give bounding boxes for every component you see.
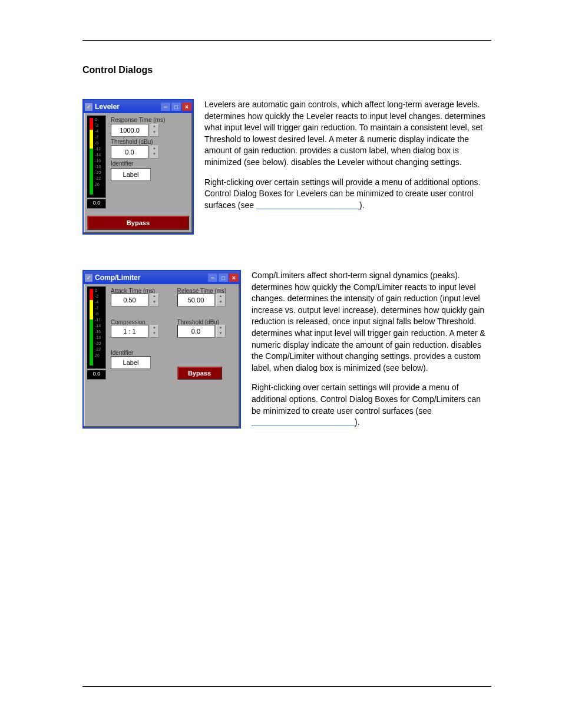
link-placeholder[interactable] bbox=[332, 417, 355, 427]
comp-description: Comp/Limiters affect short-term signal d… bbox=[252, 270, 491, 429]
gain-meter: 0-2-4 -7-9-11 -14-16-18 -20-2226 bbox=[87, 116, 106, 198]
maximize-button[interactable]: □ bbox=[219, 274, 228, 282]
compression-stepper[interactable]: ▲▼ bbox=[150, 325, 159, 338]
comp-title: Comp/Limiter bbox=[94, 274, 207, 282]
threshold-field[interactable] bbox=[177, 325, 215, 338]
minimize-button[interactable]: – bbox=[208, 274, 217, 282]
identifier-field[interactable] bbox=[111, 356, 151, 369]
identifier-field[interactable] bbox=[111, 168, 151, 181]
bypass-button[interactable]: Bypass bbox=[177, 367, 222, 380]
threshold-label: Threshold (dBu) bbox=[111, 139, 190, 145]
check-icon[interactable]: ✓ bbox=[85, 274, 92, 282]
threshold-stepper[interactable]: ▲▼ bbox=[150, 146, 159, 159]
page-title: Control Dialogs bbox=[82, 65, 491, 75]
identifier-label: Identifier bbox=[111, 350, 171, 356]
release-field[interactable] bbox=[177, 294, 215, 307]
threshold-stepper[interactable]: ▲▼ bbox=[216, 325, 226, 338]
close-button[interactable]: × bbox=[182, 103, 191, 111]
leveler-description: Levelers are automatic gain controls, wh… bbox=[204, 99, 491, 235]
maximize-button[interactable]: □ bbox=[171, 103, 181, 111]
response-time-field[interactable] bbox=[111, 124, 148, 137]
meter-readout: 0.0 bbox=[87, 199, 106, 209]
comp-limiter-dialog: ✓ Comp/Limiter – □ × 0-2-4 -7-9-11 -14-1… bbox=[82, 270, 241, 429]
meter-ticks: 0-2-4 -7-9-11 -14-16-18 -20-2226 bbox=[95, 288, 101, 359]
link-placeholder[interactable] bbox=[336, 200, 359, 210]
identifier-label: Identifier bbox=[111, 160, 190, 167]
comp-titlebar[interactable]: ✓ Comp/Limiter – □ × bbox=[84, 271, 240, 284]
attack-field[interactable] bbox=[111, 294, 148, 307]
gain-meter: 0-2-4 -7-9-11 -14-16-18 -20-2226 bbox=[87, 286, 106, 369]
check-icon[interactable]: ✓ bbox=[85, 103, 92, 111]
close-button[interactable]: × bbox=[229, 274, 239, 282]
response-stepper[interactable]: ▲▼ bbox=[150, 124, 159, 137]
attack-stepper[interactable]: ▲▼ bbox=[150, 294, 159, 307]
meter-readout: 0.0 bbox=[87, 370, 106, 380]
leveler-title: Leveler bbox=[94, 103, 160, 111]
response-time-label: Response Time (ms) bbox=[111, 117, 190, 123]
leveler-titlebar[interactable]: ✓ Leveler – □ × bbox=[84, 100, 193, 113]
meter-ticks: 0-2-4 -7-9-11 -14-16-18 -20-2226 bbox=[95, 117, 101, 188]
link-placeholder[interactable] bbox=[256, 200, 336, 210]
minimize-button[interactable]: – bbox=[161, 103, 170, 111]
threshold-field[interactable] bbox=[111, 146, 148, 159]
link-placeholder[interactable] bbox=[252, 417, 332, 427]
bypass-button[interactable]: Bypass bbox=[87, 216, 189, 230]
release-stepper[interactable]: ▲▼ bbox=[216, 294, 226, 307]
leveler-dialog: ✓ Leveler – □ × 0-2-4 -7-9-11 -14-16-18 … bbox=[82, 99, 194, 235]
compression-field[interactable] bbox=[111, 325, 148, 338]
